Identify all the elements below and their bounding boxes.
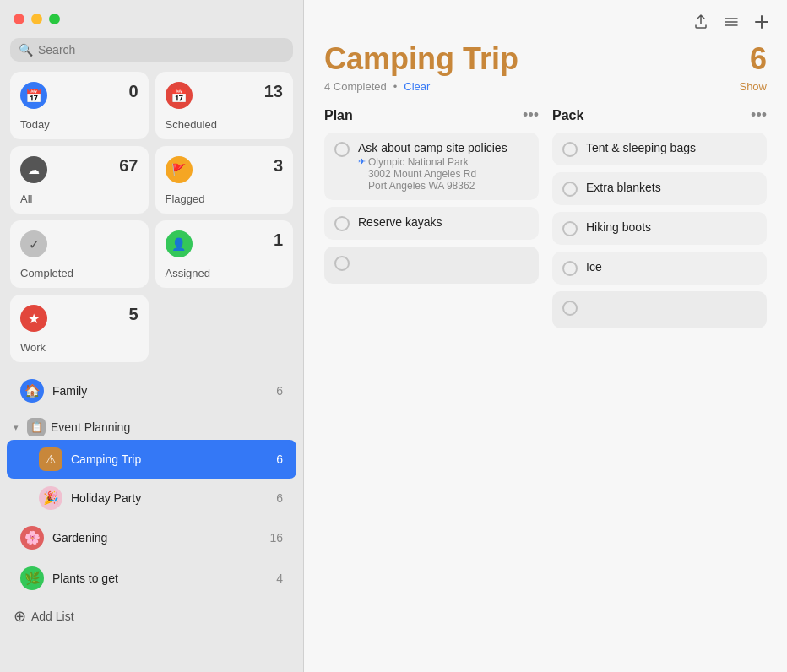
task-checkbox[interactable] [562, 182, 578, 197]
camping-trip-icon: ⚠ [39, 447, 62, 471]
search-bar[interactable]: 🔍 [10, 38, 293, 62]
pack-column-menu-icon[interactable]: ••• [751, 106, 767, 124]
pack-column-header: Pack ••• [552, 106, 767, 124]
completed-row: 4 Completed • Clear Show [324, 80, 767, 93]
smart-list-completed[interactable]: ✓ Completed [10, 220, 149, 288]
task-subtitle: ✈ Olympic National Park3002 Mount Angele… [358, 156, 529, 192]
list-title-row: Camping Trip 6 [324, 41, 767, 77]
task-title: Tent & sleeping bags [586, 141, 757, 154]
task-checkbox[interactable] [562, 221, 578, 236]
task-reserve-kayaks[interactable]: Reserve kayaks [324, 207, 539, 240]
sidebar-item-gardening[interactable]: 🌸 Gardening 16 [7, 518, 296, 558]
task-empty-plan[interactable] [324, 247, 539, 284]
task-title: Extra blankets [586, 181, 757, 194]
separator: • [394, 80, 398, 93]
task-checkbox[interactable] [334, 216, 350, 231]
all-label: All [20, 192, 138, 205]
all-count: 67 [119, 156, 138, 176]
smart-list-today[interactable]: 📅 0 Today [10, 72, 149, 139]
main-content: Camping Trip 6 4 Completed • Clear Show … [304, 0, 787, 672]
gardening-icon: 🌸 [20, 526, 44, 550]
task-ask-about-camp[interactable]: Ask about camp site policies ✈ Olympic N… [324, 133, 539, 200]
show-button[interactable]: Show [739, 80, 767, 93]
camping-trip-label: Camping Trip [71, 453, 276, 466]
maximize-button[interactable] [49, 14, 60, 24]
plan-column-menu-icon[interactable]: ••• [523, 106, 539, 124]
plan-column-title: Plan [324, 108, 353, 123]
scheduled-icon: 📅 [166, 82, 193, 109]
assigned-label: Assigned [166, 267, 284, 279]
task-title: Hiking boots [586, 220, 757, 234]
flagged-icon: 🚩 [166, 156, 193, 183]
add-icon[interactable] [753, 14, 770, 35]
today-icon: 📅 [20, 82, 47, 109]
task-content: Ice [586, 260, 757, 274]
add-list-icon: ⊕ [14, 607, 26, 626]
gardening-label: Gardening [52, 531, 269, 545]
close-button[interactable] [14, 14, 24, 24]
task-extra-blankets[interactable]: Extra blankets [552, 172, 767, 205]
task-checkbox[interactable] [562, 261, 578, 276]
task-title: Ask about camp site policies [358, 141, 529, 154]
task-checkbox[interactable] [334, 142, 350, 157]
camping-trip-count: 6 [276, 453, 283, 466]
list-total-count: 6 [750, 41, 767, 77]
group-header-event-planning[interactable]: ▾ 📋 Event Planning [0, 411, 303, 440]
pack-column: Pack ••• Tent & sleeping bags Extra blan… [552, 106, 767, 335]
add-list-button[interactable]: ⊕ Add List [0, 599, 303, 634]
list-view-icon[interactable] [723, 14, 740, 35]
columns: Plan ••• Ask about camp site policies ✈ … [324, 106, 767, 335]
pack-column-title: Pack [552, 108, 583, 123]
completed-label: Completed [20, 267, 138, 279]
share-icon[interactable] [692, 14, 709, 35]
task-title: Ice [586, 260, 757, 274]
family-label: Family [52, 384, 276, 398]
search-input[interactable] [38, 43, 285, 57]
smart-list-work[interactable]: ★ 5 Work [10, 295, 149, 362]
task-checkbox[interactable] [562, 301, 578, 316]
content-area: Camping Trip 6 4 Completed • Clear Show … [304, 41, 787, 672]
task-content: Ask about camp site policies ✈ Olympic N… [358, 141, 529, 192]
event-planning-icon: 📋 [27, 418, 46, 436]
sidebar-item-family[interactable]: 🏠 Family 6 [7, 371, 296, 411]
holiday-party-label: Holiday Party [71, 491, 276, 505]
sidebar-item-holiday-party[interactable]: 🎉 Holiday Party 6 [7, 479, 296, 518]
plan-column-header: Plan ••• [324, 106, 539, 124]
sidebar: 🔍 📅 0 Today 📅 13 Scheduled ☁ 67 [0, 0, 304, 672]
task-tent-sleeping-bags[interactable]: Tent & sleeping bags [552, 133, 767, 165]
plants-icon: 🌿 [20, 566, 44, 590]
scheduled-count: 13 [264, 82, 283, 101]
location-icon: ✈ [358, 156, 366, 167]
sidebar-item-plants-to-get[interactable]: 🌿 Plants to get 4 [7, 558, 296, 599]
list-title: Camping Trip [324, 41, 518, 77]
sidebar-item-camping-trip[interactable]: ⚠ Camping Trip 6 [7, 440, 296, 479]
smart-list-all[interactable]: ☁ 67 All [10, 146, 149, 214]
work-icon: ★ [20, 305, 47, 332]
clear-button[interactable]: Clear [404, 80, 430, 93]
plants-count: 4 [276, 572, 283, 585]
task-ice[interactable]: Ice [552, 252, 767, 285]
flagged-count: 3 [274, 156, 283, 176]
task-title: Reserve kayaks [358, 215, 529, 229]
chevron-down-icon: ▾ [14, 422, 19, 433]
task-checkbox[interactable] [334, 256, 350, 271]
scheduled-label: Scheduled [166, 118, 284, 131]
task-content: Hiking boots [586, 220, 757, 234]
smart-list-assigned[interactable]: 👤 1 Assigned [155, 220, 294, 288]
task-checkbox[interactable] [562, 142, 578, 157]
event-planning-label: Event Planning [51, 420, 130, 434]
toolbar [304, 0, 787, 41]
window-controls [0, 0, 303, 31]
flagged-label: Flagged [166, 192, 284, 205]
task-hiking-boots[interactable]: Hiking boots [552, 212, 767, 245]
assigned-icon: 👤 [166, 230, 193, 257]
minimize-button[interactable] [31, 14, 42, 24]
smart-list-scheduled[interactable]: 📅 13 Scheduled [155, 72, 294, 139]
task-empty-pack[interactable] [552, 291, 767, 328]
work-label: Work [20, 341, 138, 354]
gardening-count: 16 [269, 531, 283, 545]
work-count: 5 [128, 305, 138, 324]
smart-list-flagged[interactable]: 🚩 3 Flagged [155, 146, 294, 214]
add-list-label: Add List [31, 610, 74, 623]
task-content: Extra blankets [586, 181, 757, 194]
